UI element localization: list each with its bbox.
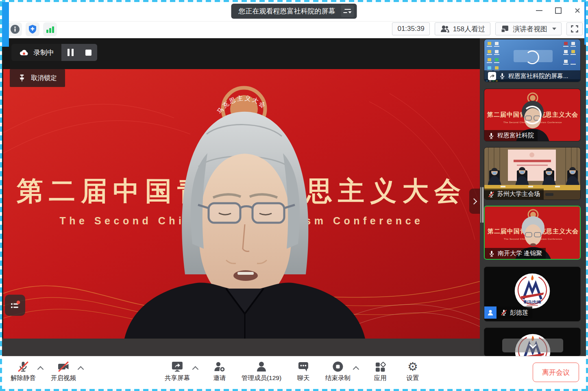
viewer-count[interactable]: 158人看过: [435, 22, 490, 35]
meeting-timer: 01:35:39: [392, 22, 429, 35]
participant-label: 彭德莲: [484, 306, 532, 319]
close-icon: [574, 7, 581, 14]
share-border-right: [586, 0, 588, 391]
minimize-button[interactable]: [535, 7, 543, 15]
share-border-bottom: [0, 389, 588, 391]
profile-badge-icon: [484, 306, 497, 319]
network-quality-button[interactable]: [43, 22, 57, 36]
participant-tile[interactable]: 青|马|先|锋: [484, 267, 581, 321]
signal-bars-icon: [45, 24, 55, 35]
share-screen-button[interactable]: 共享屏幕: [165, 360, 190, 382]
participant-tile[interactable]: 苏州大学主会场: [484, 147, 581, 200]
share-screen-label: 共享屏幕: [165, 374, 190, 382]
apps-label: 应用: [374, 374, 387, 382]
end-record-icon: [332, 361, 344, 373]
unmute-button[interactable]: 解除静音: [11, 360, 36, 382]
maximize-button[interactable]: [554, 7, 562, 15]
chevron-right-icon: [471, 198, 477, 204]
loading-spinner: [523, 106, 542, 124]
settings-label: 设置: [407, 374, 419, 382]
stage-letterbox: [0, 339, 480, 356]
manage-members-button[interactable]: 管理成员(129): [242, 360, 281, 382]
sidebar-scrollbar-thumb[interactable]: [482, 187, 483, 223]
meeting-info-button[interactable]: [8, 22, 22, 36]
participant-tile-active-speaker[interactable]: 第二届中国青年马克思主义大会 The Second China Youth Ma…: [484, 206, 581, 260]
toolbar-left-group: 解除静音 开启视频: [11, 360, 83, 382]
logo-text: 青|马|先|锋: [523, 300, 541, 304]
view-mode-selector[interactable]: 演讲者视图: [495, 22, 562, 35]
participant-label: 南开大学 逄锦聚: [485, 248, 546, 259]
bottom-toolbar: 解除静音 开启视频: [0, 356, 588, 389]
apps-button[interactable]: 应用: [370, 360, 391, 382]
shield-plus-icon: [27, 24, 38, 35]
share-border-left: [0, 0, 2, 391]
fullscreen-icon: [570, 24, 579, 33]
camera-muted-icon: [57, 361, 70, 373]
window-controls: [535, 5, 581, 16]
participant-name: 程恩富社科院的屏幕...: [508, 72, 568, 80]
settings-button[interactable]: ⚙ 设置: [402, 360, 423, 382]
org-logo: 青|马|先|锋: [514, 272, 551, 310]
pause-record-button[interactable]: [61, 44, 79, 61]
watching-banner[interactable]: 您正在观看程恩富社科院的屏幕: [231, 4, 357, 19]
mic-on-icon: [499, 73, 505, 79]
conference-banner-video: 马克思主义大会 第二届中国青年马克思主义大会 The Second China …: [3, 69, 480, 339]
security-button[interactable]: [26, 22, 39, 36]
chat-button[interactable]: 聊天: [293, 360, 314, 382]
sidebar-collapse-tab[interactable]: [469, 189, 480, 214]
mic-muted-icon: [501, 309, 507, 316]
speaker-video: 马克思主义大会 第二届中国青年马克思主义大会 The Second China …: [3, 69, 480, 339]
record-options-caret[interactable]: [353, 366, 359, 373]
close-button[interactable]: [573, 7, 581, 15]
participant-tile[interactable]: 第二届中国青年马克思主义大会 The Second China Youth Ma…: [484, 89, 581, 141]
toolbar-center-group: 共享屏幕 邀请: [165, 360, 423, 382]
unlock-view-button[interactable]: 取消锁定: [10, 69, 65, 87]
scroll-more-button[interactable]: [502, 339, 563, 352]
right-tools: 01:35:39 158人看过 演讲者视图: [392, 22, 583, 35]
fullscreen-button[interactable]: [566, 22, 583, 35]
unlock-label: 取消锁定: [31, 74, 57, 83]
mic-on-icon: [488, 133, 494, 139]
sidebar-scrollbar-track[interactable]: [480, 187, 481, 223]
invite-label: 邀请: [213, 374, 226, 382]
content-area: 马克思主义大会 第二届中国青年马克思主义大会 The Second China …: [0, 38, 588, 356]
menu-line: [344, 9, 351, 10]
status-bar: 01:35:39 158人看过 演讲者视图: [0, 21, 588, 38]
viewers-icon: [440, 24, 450, 34]
viewer-count-text: 158人看过: [453, 24, 485, 34]
info-icon: [10, 24, 20, 35]
loading-spinner: [525, 50, 539, 64]
banner-menu-icon[interactable]: [341, 5, 354, 17]
participant-label: 程恩富社科院: [484, 130, 538, 141]
end-record-label: 结束录制: [325, 374, 351, 382]
video-options-caret[interactable]: [78, 366, 84, 373]
recording-status: 录制中: [11, 44, 61, 61]
list-notification-icon: [9, 300, 21, 311]
left-tools: [8, 22, 57, 36]
title-bar: 您正在观看程恩富社科院的屏幕: [0, 0, 588, 22]
invite-person-icon: [213, 361, 226, 373]
layout-icon: [501, 24, 510, 33]
end-record-button[interactable]: 结束录制: [325, 360, 351, 382]
participant-name: 程恩富社科院: [497, 132, 534, 139]
share-options-caret[interactable]: [192, 366, 199, 373]
stop-record-button[interactable]: [79, 44, 97, 61]
participant-tile-partial[interactable]: [484, 328, 581, 356]
cloud-record-icon: [19, 48, 28, 56]
manage-members-label: 管理成员(129): [242, 374, 281, 382]
leave-meeting-button[interactable]: 离开会议: [533, 363, 579, 382]
participant-tile-screen-share[interactable]: 程恩富社科院的屏幕...: [484, 39, 581, 82]
mic-muted-icon: [488, 191, 494, 198]
mic-options-caret[interactable]: [37, 366, 44, 373]
participant-label: 程恩富社科院的屏幕...: [484, 70, 580, 82]
members-icon: [255, 361, 268, 373]
start-video-button[interactable]: 开启视频: [51, 360, 76, 382]
unmute-label: 解除静音: [11, 374, 36, 382]
caption-toggle-button[interactable]: [5, 295, 25, 316]
main-video-stage: 马克思主义大会 第二届中国青年马克思主义大会 The Second China …: [0, 38, 480, 356]
recording-label: 录制中: [33, 48, 54, 57]
pause-icon: [68, 49, 70, 56]
watching-banner-text: 您正在观看程恩富社科院的屏幕: [239, 7, 335, 16]
menu-line-caret: [344, 11, 352, 13]
invite-button[interactable]: 邀请: [209, 360, 230, 382]
